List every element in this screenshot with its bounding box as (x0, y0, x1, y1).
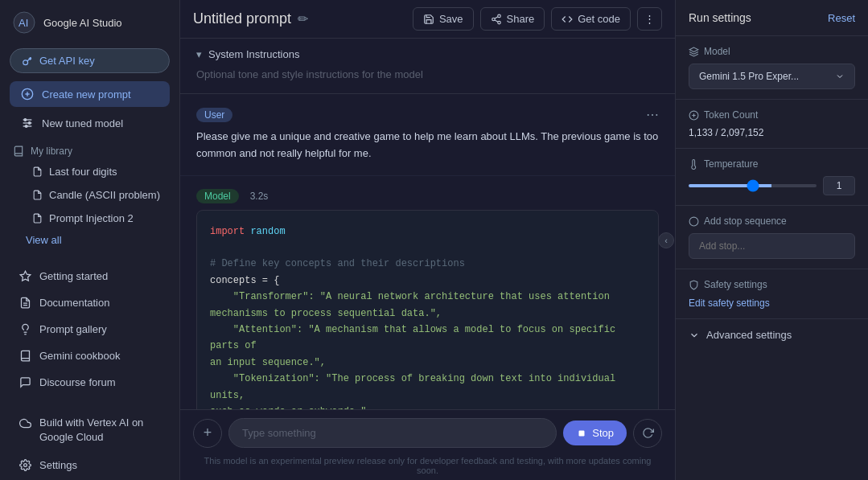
code-str-transformer-val2: mechanisms to process sequential data.", (210, 308, 442, 319)
view-all-button[interactable]: View all (0, 230, 179, 250)
user-message-more-button[interactable]: ⋯ (646, 107, 659, 122)
token-count-label: Token Count (689, 109, 855, 121)
collapse-system-instructions-icon[interactable]: ▾ (196, 48, 202, 60)
refresh-button[interactable] (633, 419, 662, 448)
token-icon (689, 110, 699, 121)
svg-point-18 (497, 14, 500, 18)
svg-marker-26 (689, 47, 698, 51)
sidebar-item-settings[interactable]: Settings (6, 453, 173, 478)
new-tuned-model-button[interactable]: New tuned model (10, 110, 170, 136)
temperature-slider[interactable] (689, 184, 817, 187)
temperature-setting: Temperature 1 (676, 149, 868, 206)
input-area: + Stop (180, 409, 675, 456)
library-item-label-2: Candle (ASCII problem) (49, 189, 160, 201)
save-button[interactable]: Save (413, 7, 474, 31)
sidebar-logo: AI Google AI Studio (0, 0, 179, 45)
create-new-prompt-button[interactable]: Create new prompt (10, 81, 170, 107)
my-library-section: My library (0, 137, 179, 160)
model-setting: Model Gemini 1.5 Pro Exper... (676, 36, 868, 100)
sidebar-item-gemini-cookbook[interactable]: Gemini cookbook (6, 343, 173, 368)
sidebar-item-build-vertex[interactable]: Build with Vertex AI on Google Cloud (6, 409, 173, 451)
stop-sequence-setting: Add stop sequence (676, 206, 868, 269)
plus-icon (21, 88, 34, 101)
sidebar-item-discourse-forum-label: Discourse forum (39, 376, 116, 388)
svg-line-21 (495, 19, 498, 21)
model-message-header: Model 3.2s (196, 189, 659, 203)
code-str-attention-key: "Attention": (210, 324, 302, 335)
sidebar-item-prompt-gallery-label: Prompt gallery (39, 323, 107, 335)
stop-sequence-input[interactable] (689, 233, 855, 259)
stop-sequence-icon (689, 216, 699, 227)
more-options-button[interactable]: ⋮ (637, 7, 662, 31)
library-item-prompt-injection[interactable]: Prompt Injection 2 (6, 207, 173, 229)
code-fn-random: random (250, 226, 285, 237)
star-icon (19, 270, 31, 282)
sidebar: AI Google AI Studio Get API key Create n… (0, 0, 180, 480)
edit-safety-settings-link[interactable]: Edit safety settings (689, 297, 770, 309)
library-item-label-3: Prompt Injection 2 (49, 212, 134, 224)
model-select-button[interactable]: Gemini 1.5 Pro Exper... (689, 64, 855, 89)
add-attachment-button[interactable]: + (193, 419, 222, 448)
edit-icon[interactable]: ✏ (298, 11, 308, 27)
advanced-settings-toggle[interactable]: Advanced settings (676, 319, 868, 351)
system-instructions-section: ▾ System Instructions Optional tone and … (180, 39, 675, 94)
code-str-transformer-key: "Transformer": (210, 291, 315, 302)
sidebar-item-discourse-forum[interactable]: Discourse forum (6, 370, 173, 395)
system-instructions-placeholder: Optional tone and style instructions for… (196, 65, 659, 84)
new-tuned-model-label: New tuned model (42, 117, 123, 129)
safety-label: Safety settings (689, 279, 855, 290)
save-icon (423, 14, 434, 25)
stop-sequence-label: Add stop sequence (689, 215, 855, 227)
chat-area: ▾ System Instructions Optional tone and … (180, 39, 675, 409)
model-role-badge: Model (196, 189, 239, 203)
model-label: Model (689, 46, 855, 57)
sidebar-item-gemini-cookbook-label: Gemini cookbook (39, 350, 120, 362)
reset-button[interactable]: Reset (828, 12, 855, 24)
run-settings-title: Run settings (689, 11, 751, 24)
sidebar-item-prompt-gallery[interactable]: Prompt gallery (6, 317, 173, 342)
code-keyword-import: import (210, 226, 250, 237)
file-icon-2 (32, 190, 43, 200)
share-button[interactable]: Share (480, 7, 545, 31)
user-message-text: Please give me a unique and creative gam… (196, 129, 659, 162)
prompt-title: Untitled prompt (193, 10, 291, 27)
save-label: Save (439, 13, 463, 25)
code-comment-1: # Define key concepts and their descript… (210, 258, 465, 269)
sidebar-item-getting-started[interactable]: Getting started (6, 264, 173, 289)
safety-label-text: Safety settings (704, 279, 767, 290)
share-icon (491, 14, 502, 25)
sidebar-bottom: Settings U ‹ (0, 452, 179, 480)
token-count-value: 1,133 / 2,097,152 (689, 127, 855, 138)
code-content: import random # Define key concepts and … (197, 211, 658, 409)
chat-icon (19, 376, 31, 388)
library-item-last-four-digits[interactable]: Last four digits (6, 161, 173, 183)
library-item-candle[interactable]: Candle (ASCII problem) (6, 184, 173, 206)
temperature-slider-container: 1 (689, 176, 855, 195)
create-prompt-label: Create new prompt (42, 88, 131, 101)
sidebar-item-documentation-label: Documentation (39, 297, 109, 309)
run-settings-header: Run settings Reset (676, 0, 868, 36)
get-code-label: Get code (578, 13, 620, 25)
user-message: User ⋯ Please give me a unique and creat… (180, 94, 675, 176)
run-settings-panel: Run settings Reset Model Gemini 1.5 Pro … (675, 0, 868, 480)
svg-point-9 (28, 122, 31, 125)
get-api-key-label: Get API key (39, 55, 95, 67)
right-panel-expand-button[interactable]: ‹ (658, 232, 674, 248)
doc-icon (19, 297, 31, 309)
stop-button[interactable]: Stop (563, 421, 627, 445)
get-code-button[interactable]: Get code (551, 7, 631, 31)
chat-input[interactable] (228, 418, 557, 448)
google-ai-studio-logo-icon: AI (13, 11, 35, 34)
safety-settings: Safety settings Edit safety settings (676, 269, 868, 319)
model-select-value: Gemini 1.5 Pro Exper... (699, 71, 799, 82)
main-content: Untitled prompt ✏ Save Share Get code (180, 0, 675, 480)
shield-icon (689, 280, 699, 290)
system-instructions-header: ▾ System Instructions (196, 48, 659, 60)
get-api-key-button[interactable]: Get API key (10, 48, 170, 73)
cloud-icon (19, 417, 31, 429)
svg-text:AI: AI (19, 17, 28, 29)
settings-icon (19, 459, 31, 471)
book-icon (19, 350, 31, 362)
sidebar-item-getting-started-label: Getting started (39, 270, 108, 282)
sidebar-item-documentation[interactable]: Documentation (6, 290, 173, 315)
